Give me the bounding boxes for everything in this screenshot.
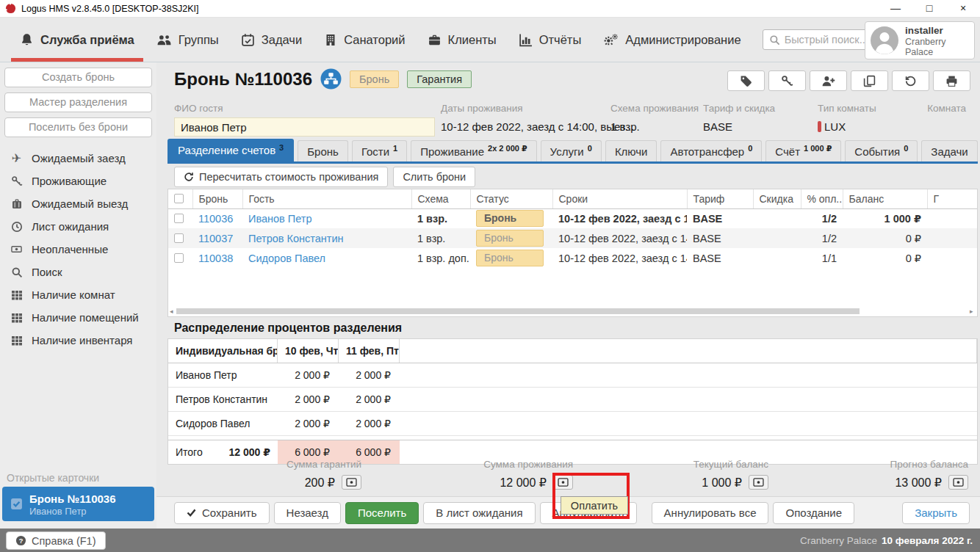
sidebar-item-search[interactable]: Поиск	[0, 261, 156, 283]
status-badge: Бронь	[350, 70, 399, 88]
recalculate-button[interactable]: Пересчитать стоимость проживания	[174, 167, 388, 187]
stay-dates-field[interactable]: Даты проживания 10-12 фев 2022, заезд с …	[441, 103, 606, 133]
col-scheme[interactable]: Схема	[411, 189, 470, 208]
maximize-button[interactable]: □	[912, 0, 946, 17]
tariff-field[interactable]: Тариф и скидка BASE	[703, 103, 775, 133]
table-row[interactable]: 110036 Иванов Петр 1 взр. Бронь 10-12 фе…	[168, 208, 977, 228]
pay-balance-button[interactable]	[749, 475, 768, 490]
sidebar-item-expected-arrival[interactable]: ✈Ожидаемый заезд	[0, 147, 156, 170]
tab-guests[interactable]: Гости1	[352, 140, 407, 161]
split-master-button[interactable]: Мастер разделения	[4, 92, 152, 112]
pay-forecast-button[interactable]	[948, 475, 968, 490]
pay-accommodation-button[interactable]	[553, 475, 573, 490]
horizontal-scrollbar[interactable]: ◂ ▸	[170, 308, 976, 315]
scrollbar-thumb[interactable]	[176, 308, 860, 314]
sidebar-item-expected-departure[interactable]: Ожидаемый выезд	[0, 192, 156, 215]
split-row[interactable]: Петров Константин 2 000 ₽ 2 000 ₽	[168, 388, 977, 412]
sidebar-item-unpaid[interactable]: Неоплаченные	[0, 238, 156, 261]
row-checkbox[interactable]	[174, 233, 184, 243]
user-menu[interactable]: installer Cranberry Palace	[865, 21, 975, 59]
room-field[interactable]: Комната	[927, 103, 966, 120]
check-in-button[interactable]: Поселить	[345, 502, 419, 524]
close-card-button[interactable]: Закрыть	[902, 502, 970, 524]
open-card-booking[interactable]: Бронь №110036 Иванов Петр	[2, 487, 154, 521]
page-title: Бронь №110036	[174, 69, 312, 90]
cancel-all-button[interactable]: Аннулировать все	[652, 502, 769, 524]
row-checkbox[interactable]	[174, 253, 184, 263]
table-row[interactable]: 110038 Сидоров Павел 1 взр. доп. Бронь 1…	[168, 248, 977, 268]
booking-id-link[interactable]: 110036	[192, 208, 242, 228]
tab-bill[interactable]: Счёт1 000 ₽	[765, 140, 841, 161]
minimize-button[interactable]: —	[879, 0, 912, 17]
group-booking-icon[interactable]	[320, 68, 342, 90]
merge-bookings-button[interactable]: Слить брони	[393, 167, 475, 187]
sidebar-item-in-house[interactable]: Проживающие	[0, 170, 156, 192]
sidebar-item-space-availability[interactable]: Наличие помещений	[0, 306, 156, 329]
copy-button[interactable]	[851, 70, 888, 91]
scroll-left-arrow[interactable]: ◂	[170, 308, 176, 315]
history-icon	[904, 75, 917, 87]
checkin-without-booking-button[interactable]: Поселить без брони	[4, 117, 152, 137]
tab-tasks[interactable]: Задачи	[921, 140, 977, 161]
scroll-right-arrow[interactable]: ▸	[970, 308, 976, 315]
nav-reports[interactable]: Отчёты	[508, 18, 593, 62]
tab-transfer[interactable]: Автотрансфер0	[660, 140, 762, 161]
open-card-subtitle: Иванов Петр	[29, 506, 116, 517]
sidebar-item-waitlist[interactable]: Лист ожидания	[0, 215, 156, 238]
help-button[interactable]: ? Справка (F1)	[6, 531, 106, 550]
col-balance[interactable]: Баланс	[843, 189, 927, 208]
split-section-title: Распределение процентов разделения	[174, 322, 402, 335]
col-pct-paid[interactable]: % опл...	[801, 189, 843, 208]
nav-sanatorium[interactable]: Санаторий	[313, 18, 416, 62]
tab-booking[interactable]: Бронь	[298, 140, 348, 161]
tab-events[interactable]: События0	[845, 140, 918, 161]
split-row[interactable]: Иванов Петр 2 000 ₽ 2 000 ₽	[168, 363, 977, 388]
stay-scheme-field[interactable]: Схема проживания 1 взр.	[610, 103, 699, 133]
col-discount[interactable]: Скидка	[753, 189, 801, 208]
nav-groups[interactable]: Группы	[145, 18, 230, 62]
col-g[interactable]: Г	[927, 189, 977, 208]
nav-front-desk[interactable]: Служба приёма	[9, 18, 145, 62]
table-row[interactable]: 110037 Петров Константин 1 взр. Бронь 10…	[168, 228, 977, 248]
guest-name-input[interactable]	[174, 117, 435, 137]
close-button[interactable]: ×	[946, 0, 980, 17]
open-card-title: Бронь №110036	[29, 492, 116, 506]
tab-services[interactable]: Услуги0	[541, 140, 602, 161]
select-all-checkbox[interactable]	[174, 194, 184, 203]
col-booking[interactable]: Бронь	[192, 189, 242, 208]
booking-id-link[interactable]: 110037	[192, 228, 242, 248]
save-button[interactable]: Сохранить	[174, 502, 270, 524]
history-button[interactable]	[892, 70, 929, 91]
tab-keys[interactable]: Ключи	[605, 140, 657, 161]
sidebar-item-inventory-availability[interactable]: Наличие инвентаря	[0, 329, 156, 352]
pay-guarantee-button[interactable]	[342, 475, 361, 490]
col-guest[interactable]: Гость	[242, 189, 411, 208]
col-tariff[interactable]: Тариф	[687, 189, 753, 208]
nav-administration[interactable]: Администрирование	[592, 18, 752, 62]
col-dates[interactable]: Сроки	[552, 189, 687, 208]
tags-button[interactable]	[727, 70, 765, 91]
late-button[interactable]: Опоздание	[773, 502, 854, 524]
split-row[interactable]: Сидоров Павел 2 000 ₽ 2 000 ₽	[168, 412, 977, 436]
pay-tooltip: Оплатить	[561, 496, 628, 515]
booking-id-link[interactable]: 110038	[192, 248, 242, 268]
card-check-icon	[10, 498, 23, 510]
nav-clients[interactable]: Клиенты	[417, 18, 508, 62]
guest-link[interactable]: Петров Константин	[242, 228, 411, 248]
tab-bill-split[interactable]: Разделение счетов3	[167, 139, 294, 161]
col-status[interactable]: Статус	[470, 189, 552, 208]
nav-tasks[interactable]: Задачи	[230, 18, 313, 62]
add-guest-button[interactable]	[810, 70, 847, 91]
guest-link[interactable]: Иванов Петр	[242, 208, 411, 228]
guest-link[interactable]: Сидоров Павел	[242, 248, 411, 268]
split-bookings-table: Бронь Гость Схема Статус Сроки Тариф Ски…	[167, 189, 978, 317]
no-show-button[interactable]: Незаезд	[274, 502, 341, 524]
keys-button[interactable]	[768, 70, 806, 91]
create-booking-button[interactable]: Создать бронь	[4, 68, 152, 87]
row-checkbox[interactable]	[174, 214, 184, 223]
room-type-field[interactable]: Тип комнаты LUX	[818, 103, 876, 133]
to-waitlist-button[interactable]: В лист ожидания	[423, 502, 535, 524]
sidebar-item-room-availability[interactable]: Наличие комнат	[0, 283, 156, 306]
tab-accommodation[interactable]: Проживание2x 2 000 ₽	[411, 140, 536, 161]
print-button[interactable]	[933, 70, 970, 91]
